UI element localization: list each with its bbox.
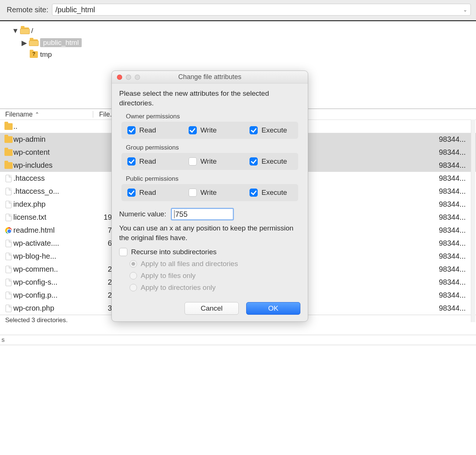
file-owner: 98344...: [435, 304, 476, 312]
ok-button[interactable]: OK: [246, 302, 300, 315]
owner-perm-label: Owner permissions: [126, 113, 300, 120]
folder-icon: [4, 136, 13, 143]
checkbox-icon: [250, 189, 258, 197]
disclosure-right-icon[interactable]: ▶: [21, 39, 27, 47]
file-name: wp-config-s...: [13, 278, 92, 287]
recurse-row[interactable]: Recurse into subdirectories: [119, 248, 300, 256]
numeric-value: 755: [175, 210, 188, 219]
window-close-icon[interactable]: [117, 75, 122, 80]
window-zoom-icon: [135, 75, 140, 80]
remote-site-combo[interactable]: /public_html ⌄: [52, 4, 471, 16]
folder-icon: [4, 123, 13, 130]
bottom-strip-text: s: [1, 336, 5, 344]
tree-label-tmp: tmp: [40, 50, 52, 59]
tree-row-root[interactable]: ▼ /: [0, 25, 476, 37]
window-minimize-icon: [126, 75, 131, 80]
file-icon: [6, 253, 12, 260]
recurse-label: Recurse into subdirectories: [131, 248, 216, 256]
file-icon: [6, 175, 12, 182]
file-name: wp-cron.php: [13, 304, 92, 312]
checkbox-icon: [127, 157, 136, 166]
file-name: .htaccess_o...: [13, 187, 92, 196]
file-owner: 98344...: [435, 213, 476, 222]
tree-row-publichtml[interactable]: ▶ public_html: [0, 37, 476, 49]
apply-all-label: Apply to all files and directories: [141, 260, 238, 268]
file-owner: 98344...: [435, 291, 476, 299]
group-perm-label: Group permissions: [126, 144, 300, 151]
numeric-input[interactable]: 755: [171, 208, 234, 220]
owner-read-checkbox[interactable]: Read: [127, 126, 170, 134]
checkbox-label: Write: [200, 157, 217, 166]
file-name: wp-blog-he...: [13, 252, 92, 261]
file-owner: 98344...: [435, 200, 476, 209]
checkbox-label: Execute: [261, 126, 287, 134]
radio-apply-dirs: [130, 284, 137, 291]
file-owner: 98344...: [435, 161, 476, 170]
checkbox-label: Read: [139, 189, 156, 197]
checkbox-icon: [127, 126, 136, 134]
file-name: wp-includes: [13, 161, 92, 170]
numeric-row: Numeric value: 755: [119, 208, 300, 220]
scrollbar[interactable]: [471, 120, 475, 322]
radio-apply-files: [130, 272, 137, 279]
dialog-title: Change file attributes: [112, 73, 308, 81]
file-name: wp-content: [13, 148, 92, 157]
checkbox-icon: [250, 157, 258, 166]
owner-execute-checkbox[interactable]: Execute: [250, 126, 292, 134]
tree-row-tmp[interactable]: ▶ tmp: [0, 49, 476, 60]
public-read-checkbox[interactable]: Read: [127, 189, 170, 197]
owner-perm-box: ReadWriteExecute: [121, 122, 298, 139]
disclosure-down-icon[interactable]: ▼: [12, 27, 19, 35]
apply-files-label: Apply to files only: [141, 272, 196, 280]
checkbox-label: Write: [200, 189, 217, 197]
folder-icon: [30, 39, 38, 46]
header-filename[interactable]: Filename ⌃: [5, 111, 93, 118]
folder-icon: [21, 27, 29, 34]
file-name: wp-commen..: [13, 265, 92, 274]
group-execute-checkbox[interactable]: Execute: [250, 157, 292, 166]
file-owner: 98344...: [435, 187, 476, 196]
sort-asc-icon: ⌃: [35, 111, 39, 117]
file-owner: 98344...: [435, 252, 476, 261]
public-write-checkbox[interactable]: Write: [189, 189, 231, 197]
apply-dirs-label: Apply to directories only: [141, 284, 216, 292]
dialog-titlebar[interactable]: Change file attributes: [112, 71, 308, 84]
file-icon: [6, 305, 12, 312]
apply-files-row: Apply to files only: [130, 272, 300, 280]
file-name: ..: [13, 122, 92, 131]
checkbox-icon: [127, 189, 136, 197]
public-perm-label: Public permissions: [126, 175, 300, 183]
file-name: wp-admin: [13, 135, 92, 144]
file-name: .htaccess: [13, 174, 92, 183]
folder-icon: [4, 149, 13, 156]
hint-text: You can use an x at any position to keep…: [119, 223, 300, 242]
dialog-intro: Please select the new attributes for the…: [119, 89, 300, 108]
file-icon: [6, 266, 12, 273]
public-perm-box: ReadWriteExecute: [121, 184, 298, 201]
group-write-checkbox[interactable]: Write: [189, 157, 231, 166]
owner-write-checkbox[interactable]: Write: [189, 126, 231, 134]
apply-dirs-row: Apply to directories only: [130, 284, 300, 292]
tree-label-publichtml: public_html: [40, 38, 82, 47]
remote-site-label: Remote site:: [7, 6, 48, 14]
file-name: index.php: [13, 200, 92, 209]
file-owner: 98344...: [435, 135, 476, 144]
file-owner: 98344...: [435, 148, 476, 157]
checkbox-icon: [189, 157, 197, 166]
file-name: wp-activate....: [13, 239, 92, 248]
file-icon: [6, 214, 12, 221]
recurse-checkbox[interactable]: [119, 248, 127, 256]
folder-icon: [4, 162, 13, 169]
file-icon: [6, 292, 12, 299]
checkbox-label: Read: [139, 126, 156, 134]
remote-site-bar: Remote site: /public_html ⌄: [0, 0, 476, 20]
chrome-icon: [5, 227, 12, 234]
file-icon: [6, 201, 12, 208]
file-name: wp-config.p...: [13, 291, 92, 299]
cancel-button[interactable]: Cancel: [185, 302, 239, 315]
file-icon: [6, 188, 12, 195]
checkbox-label: Write: [200, 126, 217, 134]
remote-site-value: /public_html: [55, 6, 95, 14]
group-read-checkbox[interactable]: Read: [127, 157, 170, 166]
public-execute-checkbox[interactable]: Execute: [250, 189, 292, 197]
